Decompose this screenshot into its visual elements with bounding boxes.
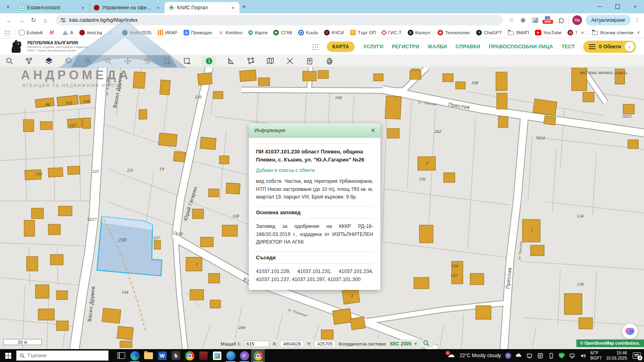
popup-header[interactable]: Информация ✕ [249,123,380,138]
nav-item-test[interactable]: ТЕСТ [561,44,575,50]
download-objects-icon[interactable]: ↓ [625,42,634,52]
tab-close-icon[interactable]: × [155,5,161,11]
zoom-in-icon[interactable] [84,56,93,66]
bookmark-item[interactable]: Kimbino [218,30,243,35]
map-legend-icon[interactable] [266,56,275,66]
language-indicator[interactable]: БГР BGPT [590,350,602,360]
roads-tool-icon[interactable] [285,56,295,66]
apps-grid-icon[interactable] [4,29,10,36]
tray-phone-icon[interactable] [548,352,555,359]
add-to-objects-link[interactable]: Добави в списък с обекти [256,168,315,173]
app-red-icon[interactable] [196,349,210,362]
bookmark-item[interactable]: imot.bg [79,30,102,35]
clock[interactable]: 15:46 10.03.2025 [606,350,627,360]
tab-estateassistant[interactable]: EstateAssistant × [14,2,89,13]
close-icon[interactable]: ✕ [370,127,376,134]
app-blue-icon[interactable] [224,349,237,362]
reload-icon[interactable]: ↻ [28,15,39,25]
tray-onedrive-icon[interactable] [515,352,522,359]
bookmark-item[interactable]: ТЕХНОМАРКЕТ [568,30,577,35]
map-search-icon[interactable] [5,56,14,66]
edge-icon[interactable] [128,349,142,362]
scale-input[interactable] [244,341,269,347]
nav-item-uslugi[interactable]: УСЛУГИ [363,44,383,50]
site-settings-icon[interactable] [60,17,66,23]
extension-image-icon[interactable] [531,16,539,24]
extension-brain-icon[interactable] [622,324,638,339]
bookmark-item[interactable] [49,30,56,35]
bookmark-item[interactable]: YouTube [535,30,561,35]
layers-icon[interactable] [64,56,73,66]
coordinates-search-icon[interactable] [423,340,429,348]
viber-icon[interactable] [237,349,251,362]
bookmark-item[interactable]: ChaGPT [476,30,502,35]
close-window-button[interactable]: × [626,0,644,13]
export-icon[interactable] [305,56,314,66]
tray-security-shield-icon[interactable]: ✓ [559,353,565,359]
clear-selection-icon[interactable] [182,56,192,66]
bookmark-item[interactable]: Kuula [298,30,318,35]
bookmark-item[interactable]: СГКК [273,30,292,35]
taskbar-search-input[interactable] [27,353,105,358]
bookmark-item[interactable]: Преводач [184,30,212,35]
all-bookmarks-button[interactable]: Всички отметки [588,30,634,35]
back-icon[interactable]: ← [4,15,14,25]
objects-counter-button[interactable]: 0 Обекти ↓ [583,41,636,53]
bookmark-item[interactable]: ИКАР [158,30,178,35]
crs-dropdown[interactable]: ККС 2005 ▼ [390,341,417,347]
map-area[interactable]: 9610310112310722010022123119128104269242… [0,67,644,349]
new-tab-button[interactable]: + [242,3,246,11]
bookmark-star-icon[interactable]: ☆ [508,16,516,24]
bookmark-item[interactable]: Карти [248,30,267,35]
bookmark-item[interactable]: КЧСИ [324,30,344,35]
bookmark-item[interactable]: A [62,30,73,35]
tab-kais-portal-active[interactable]: КАИС Портал × [165,2,239,13]
government-logo[interactable]: РЕПУБЛИКА БЪЛГАРИЯ Агенция по геодезия, … [8,40,88,54]
osm-attribution[interactable]: © OpenStreetMap contributors. [576,339,644,347]
info-tool-icon[interactable] [202,56,216,66]
taskbar-search[interactable] [16,350,109,361]
nav-item-zhalbi[interactable]: ЖАЛБИ [428,44,447,50]
zoom-out-icon[interactable] [103,56,113,66]
photos-icon[interactable] [210,349,224,362]
notification-center-icon[interactable]: 2 [633,352,641,359]
bookmark-item[interactable]: ГИС-Т [382,30,402,35]
tab-offers[interactable]: Управление на офертите - × [90,2,165,13]
url-bar[interactable]: kais.cadastre.bg/bg/Map/Index [56,15,503,25]
bookmark-item[interactable]: ЗМИП [508,30,529,35]
bookmark-item[interactable]: Технополис [438,30,470,35]
extension-new-icon[interactable]: NEW [543,17,553,24]
weather-widget[interactable]: 1 22°C Mostly cloudy [446,352,501,359]
extensions-puzzle-icon[interactable] [557,16,565,24]
tab-close-icon[interactable]: × [230,5,236,11]
pan-icon[interactable] [123,56,132,66]
measure-icon[interactable] [226,56,235,66]
tray-volume-icon[interactable] [580,352,586,359]
word-icon[interactable] [155,349,169,362]
tray-list-icon[interactable] [537,352,544,359]
browser-update-button[interactable]: Актуализиране [586,15,631,25]
start-button[interactable] [0,349,16,362]
file-explorer-icon[interactable] [142,349,155,362]
nav-apps-dots-icon[interactable] [312,43,318,50]
tray-viber-icon[interactable]: ✆ [505,353,511,359]
bookmark-item[interactable] [108,30,116,35]
tray-display-icon[interactable] [526,352,533,359]
bookmark-item[interactable]: Търг ОП [350,30,376,35]
print-icon[interactable] [325,56,334,66]
forward-icon[interactable]: → [16,15,27,25]
nav-item-karta[interactable]: КАРТА [327,41,355,52]
chrome-active-icon[interactable] [251,349,265,362]
home-icon[interactable]: ⌂ [40,15,51,25]
bookmark-item[interactable]: Калкул. [408,30,431,35]
profile-avatar[interactable]: На [572,15,582,25]
location-marker-icon[interactable] [143,56,152,66]
polygon-draw-icon[interactable] [246,56,255,66]
bookmark-item[interactable]: EstateA [19,30,43,35]
tab-search-chevron-icon[interactable]: ∨ [3,2,13,12]
tray-network-icon[interactable] [569,352,576,359]
bookmark-item[interactable]: Мейл2025 [122,30,152,35]
maximize-button[interactable] [609,0,626,13]
chrome-icon[interactable] [183,349,196,362]
task-view-icon[interactable] [114,349,128,362]
